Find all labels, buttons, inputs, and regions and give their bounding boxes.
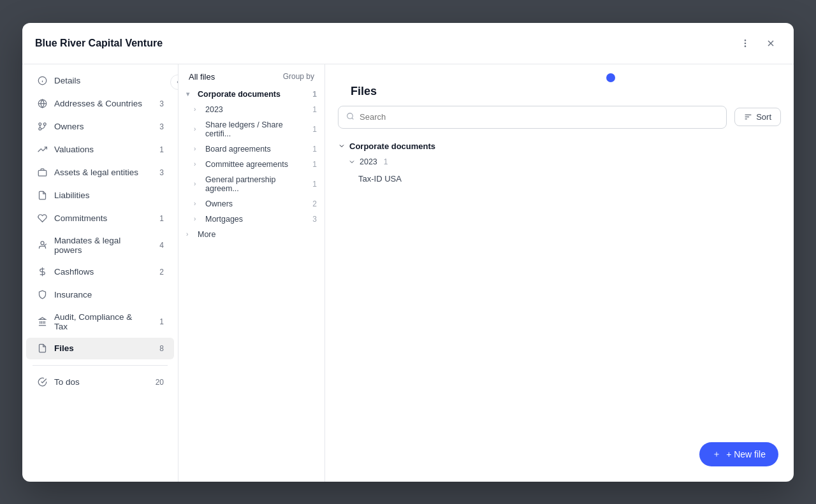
svg-point-1: [745, 43, 745, 43]
tree-count: 1: [312, 125, 317, 134]
sidebar-badge: 20: [154, 378, 164, 387]
sidebar-badge: 3: [154, 168, 164, 177]
shield-icon: [36, 289, 48, 301]
tree-label: Owners: [205, 199, 310, 208]
header-actions: [735, 33, 781, 54]
new-file-label: + New file: [726, 449, 766, 459]
file-year-label: 2023: [360, 157, 377, 166]
sidebar-item-label: Commitments: [54, 213, 147, 223]
svg-point-22: [347, 113, 353, 119]
git-fork-icon: [36, 121, 48, 133]
sidebar-item-addresses-countries[interactable]: Addresses & Countries 3: [26, 93, 174, 115]
tree-item-share-ledgers[interactable]: › Share ledgers / Share certifi... 1: [178, 117, 324, 141]
sidebar-item-audit[interactable]: Audit, Compliance & Tax 1: [26, 307, 174, 336]
tree-section-corporate[interactable]: ▾ Corporate documents 1: [178, 87, 324, 102]
svg-point-10: [38, 127, 41, 130]
modal-header: Blue River Capital Venture: [22, 23, 794, 64]
modal-container: Blue River Capital Venture ‹: [22, 23, 794, 482]
sidebar-item-assets[interactable]: Assets & legal entities 3: [26, 162, 174, 184]
sidebar-item-owners[interactable]: Owners 3: [26, 116, 174, 138]
file-year-row[interactable]: 2023 1: [338, 156, 781, 170]
sidebar-item-liabilities[interactable]: Liabilities: [26, 185, 174, 206]
file-name: Tax-ID USA: [358, 174, 402, 184]
user-check-icon: [36, 240, 48, 251]
tree-label: Board agreements: [205, 145, 310, 154]
main-content: Files Sort: [325, 64, 794, 482]
sidebar-item-valuations[interactable]: Valuations 1: [26, 139, 174, 161]
tree-count: 2: [312, 199, 317, 208]
tree-section-label: Corporate documents: [198, 90, 310, 99]
svg-point-12: [43, 123, 46, 126]
sidebar-badge: 8: [154, 344, 164, 353]
chevron-right-icon: ›: [194, 161, 203, 168]
main-toolbar: Sort: [338, 106, 781, 129]
tree-year-count: 1: [312, 105, 317, 114]
cashflow-icon: [36, 266, 48, 278]
sidebar-item-label: Addresses & Countries: [54, 99, 147, 108]
sidebar-item-label: Details: [54, 76, 164, 85]
tree-label: General partnership agreem...: [205, 175, 310, 193]
sort-button[interactable]: Sort: [734, 108, 781, 126]
sidebar-badge: 3: [154, 122, 164, 131]
sidebar-item-cashflows[interactable]: Cashflows 2: [26, 261, 174, 283]
tree-item-owners[interactable]: › Owners 2: [178, 196, 324, 212]
file-section-header: Corporate documents: [338, 139, 781, 156]
svg-point-2: [745, 46, 745, 47]
sidebar-item-insurance[interactable]: Insurance: [26, 284, 174, 306]
chevron-right-icon: ›: [194, 145, 203, 152]
tree-item-more[interactable]: › More: [178, 227, 324, 242]
sidebar-item-files[interactable]: Files 8: [26, 338, 174, 359]
tree-item-general-partnership[interactable]: › General partnership agreem... 1: [178, 172, 324, 196]
sort-label: Sort: [756, 112, 771, 122]
tree-year-label: 2023: [205, 105, 310, 114]
tree-count: 1: [312, 160, 317, 169]
search-icon: [346, 112, 354, 122]
sidebar-item-label: Cashflows: [54, 267, 147, 277]
tree-label: Share ledgers / Share certifi...: [205, 120, 310, 138]
sidebar-item-label: Liabilities: [54, 191, 164, 200]
tree-count: 3: [312, 215, 317, 224]
tree-label: Mortgages: [205, 215, 310, 224]
group-by-button[interactable]: Group by: [283, 72, 314, 81]
heart-icon: [36, 213, 48, 224]
tree-label: Committee agreements: [205, 160, 310, 169]
files-panel-header: All files Group by: [178, 64, 324, 87]
sidebar-item-todos[interactable]: To dos 20: [26, 371, 174, 393]
all-files-label[interactable]: All files: [189, 72, 215, 82]
sidebar-item-label: Owners: [54, 122, 147, 131]
tree-more-label: More: [198, 230, 317, 239]
tree-item-mortgages[interactable]: › Mortgages 3: [178, 212, 324, 227]
tree-item-2023[interactable]: › 2023 1: [178, 102, 324, 117]
sidebar-item-details[interactable]: Details: [26, 70, 174, 92]
tree-count: 1: [312, 145, 317, 154]
sidebar-item-label: To dos: [54, 377, 147, 387]
tree-item-committee-agreements[interactable]: › Committee agreements 1: [178, 157, 324, 172]
close-button[interactable]: [761, 33, 781, 54]
sidebar-badge: 3: [154, 99, 164, 108]
tree-item-board-agreements[interactable]: › Board agreements 1: [178, 141, 324, 157]
chevron-right-icon: ›: [194, 126, 203, 133]
file-tree: Corporate documents 2023 1 Tax-ID USA: [338, 139, 781, 472]
svg-point-0: [745, 40, 745, 40]
sidebar-item-commitments[interactable]: Commitments 1: [26, 208, 174, 229]
more-options-button[interactable]: [735, 33, 755, 54]
chevron-right-icon: ›: [186, 231, 195, 238]
search-input[interactable]: [360, 112, 718, 122]
files-panel: All files Group by ▾ Corporate documents…: [178, 64, 325, 482]
file-item-tax-id[interactable]: Tax-ID USA: [338, 170, 781, 187]
new-file-button[interactable]: ＋ + New file: [699, 442, 778, 466]
bank-icon: [36, 316, 48, 328]
modal-body: ‹ Details Addresses & Countries 3: [22, 64, 794, 482]
sidebar-divider: [33, 365, 168, 366]
sidebar-badge: 1: [154, 214, 164, 223]
new-file-icon: ＋: [712, 449, 721, 460]
globe-icon: [36, 98, 48, 110]
sidebar-item-label: Assets & legal entities: [54, 168, 147, 177]
files-section-title: Files: [338, 75, 781, 98]
sidebar: ‹ Details Addresses & Countries 3: [22, 64, 178, 482]
sidebar-item-mandates[interactable]: Mandates & legal powers 4: [26, 231, 174, 260]
chevron-right-icon: ›: [194, 200, 203, 207]
svg-line-23: [352, 118, 353, 119]
sidebar-badge: 4: [154, 241, 164, 250]
info-icon: [36, 75, 48, 87]
